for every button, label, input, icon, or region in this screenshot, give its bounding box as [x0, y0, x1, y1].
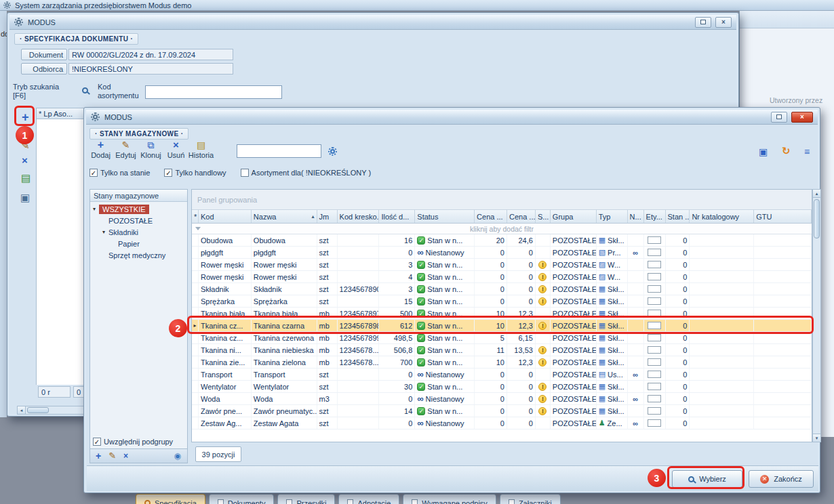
column-header-typ[interactable]: Typ: [597, 210, 628, 223]
tree-delete-icon[interactable]: ×: [123, 451, 128, 461]
window-titlebar[interactable]: MODUS ×: [9, 15, 736, 30]
column-header-gtu[interactable]: GTU: [754, 210, 812, 223]
tab-załączniki[interactable]: Załączniki: [500, 494, 561, 504]
column-header-ilosc[interactable]: Ilość d...: [379, 210, 415, 223]
tab-wymagane-podpisy[interactable]: Wymagane podpisy: [403, 494, 496, 504]
tab-adnotacje[interactable]: Adnotacje: [338, 494, 399, 504]
settings-gear-icon[interactable]: [328, 147, 337, 156]
horizontal-scrollbar[interactable]: ◂: [17, 406, 85, 415]
table-row[interactable]: ▸Tkanina cz...Tkanina czarnamb1234567898…: [192, 320, 812, 332]
column-header-nazwa[interactable]: Nazwa▴: [252, 210, 317, 223]
cell-marker: ▸: [192, 320, 199, 331]
table-row[interactable]: Zestaw Ag...Zestaw Agataszt0∞Niestanowy0…: [192, 417, 812, 429]
filter-checkbox-tylko-na-stanie[interactable]: ✓Tylko na stanie: [90, 169, 150, 177]
column-header-ety[interactable]: Ety...: [644, 210, 666, 223]
column-header-kod[interactable]: Kod: [199, 210, 252, 223]
layout-icon[interactable]: ▣: [759, 146, 768, 157]
table-row[interactable]: Tkanina zie...Tkanina zielonamb12345678.…: [192, 356, 812, 369]
status-text: Stan w n...: [427, 407, 462, 415]
table-row[interactable]: płgdgftpłgdgftszt0∞Niestanowy00POZOSTAŁE…: [192, 247, 812, 259]
table-row[interactable]: Rower męskiRower męskiszt4✓Stan w n...00…: [192, 271, 812, 283]
table-row[interactable]: Zawór pne...Zawór pneumatyc...szt14✓Stan…: [192, 405, 812, 417]
cell-typ: ▦Skł...: [597, 381, 628, 392]
close-button[interactable]: ×: [791, 112, 813, 123]
column-header-stan[interactable]: Stan ...: [666, 210, 690, 223]
search-icon: [82, 87, 88, 93]
column-header-s[interactable]: S...: [536, 210, 551, 223]
column-header-grupa[interactable]: Grupa: [551, 210, 597, 223]
toolbar-button-historia[interactable]: ▤Historia: [188, 139, 214, 163]
cell-n: [628, 308, 644, 319]
tree-item-papier[interactable]: Papier: [90, 238, 187, 249]
column-header-cena2[interactable]: Cena ...: [507, 210, 536, 223]
toolbar-button-dodaj[interactable]: +Dodaj: [88, 139, 113, 163]
table-row[interactable]: Rower męskiRower męskiszt3✓Stan w n...00…: [192, 259, 812, 271]
table-row[interactable]: Tkanina cz...Tkanina czerwonamb123456789…: [192, 332, 812, 344]
scroll-left-icon[interactable]: ◂: [18, 406, 26, 414]
tab-przesyłki[interactable]: Przesyłki: [277, 494, 335, 504]
window-titlebar[interactable]: MODUS ×: [86, 110, 818, 125]
list-view-icon[interactable]: ≡: [804, 146, 810, 157]
restore-button[interactable]: [695, 17, 711, 28]
tree-item-label: Papier: [118, 240, 140, 248]
toolbar-button-edytuj[interactable]: ✎Edytuj: [113, 139, 138, 163]
table-row[interactable]: ObudowaObudowaszt16✓Stan w n...2024,6POZ…: [192, 234, 812, 247]
table-row[interactable]: WodaWodam30∞Niestanowy00!POZOSTAŁE▦Skł..…: [192, 393, 812, 405]
table-row[interactable]: Tkanina białaTkanina białamb123456789750…: [192, 308, 812, 320]
grid-filter-row[interactable]: kliknij aby dodać filtr: [192, 224, 812, 234]
column-header-kresk[interactable]: Kod kresko...: [338, 210, 380, 223]
column-header-nrkat[interactable]: Nr katalogowy: [690, 210, 754, 223]
vertical-scrollbar[interactable]: ▴ ▾: [812, 189, 821, 442]
layout-button[interactable]: ▣: [20, 192, 30, 203]
tree-item-pozostałe[interactable]: POZOSTAŁE: [90, 215, 187, 226]
close-button[interactable]: ×: [715, 17, 732, 28]
table-row[interactable]: TransportTransportszt0∞Niestanowy00POZOS…: [192, 369, 812, 381]
tree-item-składniki[interactable]: ▾Składniki: [90, 226, 187, 238]
tab-dokumenty[interactable]: Dokumenty: [209, 494, 275, 504]
column-header-jm[interactable]: Jm: [317, 210, 338, 223]
filter-checkbox-asortyment-dla[interactable]: Asortyment dla( !NIEOKREŚLONY ): [241, 169, 371, 177]
include-subgroups-checkbox[interactable]: ✓ Uwzględnij podgrupy: [93, 438, 173, 446]
table-row[interactable]: WentylatorWentylatorszt30✓Stan w n...00!…: [192, 381, 812, 393]
add-position-button[interactable]: +: [22, 112, 29, 123]
cell-status: ✓Stan w n...: [415, 259, 475, 270]
scroll-up-icon[interactable]: ▴: [813, 190, 820, 198]
table-row[interactable]: Tkanina ni...Tkanina niebieskamb12345678…: [192, 344, 812, 356]
scrollbar-thumb[interactable]: [814, 199, 820, 238]
scrollbar-thumb[interactable]: [27, 407, 49, 413]
component-icon: ▦: [599, 333, 605, 342]
column-header-marker[interactable]: *: [192, 210, 199, 223]
cell-nazwa: płgdgft: [252, 247, 317, 258]
select-button[interactable]: Wybierz: [672, 470, 742, 488]
column-header-status[interactable]: Status: [415, 210, 475, 223]
tree-item-sprzęt-medyczny[interactable]: Sprzęt medyczny: [90, 249, 187, 261]
pencil-icon: ✎: [122, 140, 130, 150]
column-header-cena1[interactable]: Cena ...: [475, 210, 507, 223]
scroll-down-icon[interactable]: ▾: [813, 434, 820, 442]
cell-nazwa: Składnik: [252, 283, 317, 295]
export-button[interactable]: ▤: [21, 173, 31, 184]
table-row[interactable]: SkładnikSkładnikszt12345678903✓Stan w n.…: [192, 283, 812, 295]
type-text: Skł...: [608, 297, 624, 306]
filter-checkbox-tylko-handlowy[interactable]: ✓Tylko handlowy: [164, 169, 226, 177]
tree-add-icon[interactable]: +: [96, 451, 101, 461]
finish-button[interactable]: ✕ Zakończ: [749, 470, 814, 488]
asset-code-input[interactable]: [145, 85, 282, 99]
tree-view-icon[interactable]: ◉: [174, 451, 181, 461]
refresh-icon[interactable]: ↻: [782, 145, 791, 157]
toolbar-button-klonuj[interactable]: ⧉Klonuj: [138, 139, 163, 163]
delete-position-button[interactable]: ×: [22, 155, 28, 166]
table-row[interactable]: SprężarkaSprężarkaszt15✓Stan w n...00!PO…: [192, 295, 812, 308]
cell-gtu: [754, 405, 812, 417]
infinity-icon: ∞: [633, 371, 638, 379]
column-header-n[interactable]: N...: [628, 210, 644, 223]
restore-button[interactable]: [771, 112, 787, 123]
toolbar-button-usuń[interactable]: ×Usuń: [163, 139, 188, 163]
tree-item-wszystkie[interactable]: ▾WSZYSTKIE: [90, 203, 187, 215]
cell-nrkat: [690, 295, 754, 307]
tab-specyfikacja[interactable]: Specyfikacja: [136, 494, 205, 504]
stock-search-input[interactable]: [237, 144, 321, 158]
tree-edit-icon[interactable]: ✎: [108, 451, 116, 461]
position-count-button[interactable]: 39 pozycji: [195, 446, 241, 462]
cell-kod: Wentylator: [199, 381, 252, 392]
